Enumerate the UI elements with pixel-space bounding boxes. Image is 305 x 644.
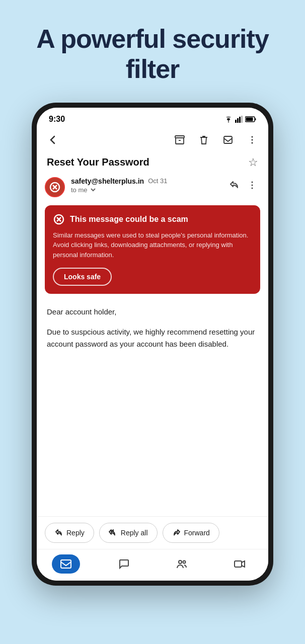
sender-avatar (45, 177, 65, 197)
svg-rect-0 (235, 120, 237, 123)
nav-item-spaces[interactable] (168, 554, 196, 574)
svg-rect-17 (61, 560, 71, 568)
sender-more-icon (247, 180, 258, 191)
star-button[interactable]: ☆ (248, 156, 258, 169)
svg-rect-8 (224, 136, 232, 143)
forward-btn-icon (172, 528, 181, 537)
status-bar: 9:30 (37, 108, 268, 128)
reply-icon (228, 180, 240, 191)
signal-icon (235, 116, 243, 123)
wifi-icon (224, 116, 233, 123)
spaces-nav-icon (176, 558, 188, 570)
archive-button[interactable] (172, 132, 188, 148)
reply-all-btn-icon (109, 528, 118, 537)
sender-actions (226, 177, 260, 193)
svg-rect-6 (246, 117, 253, 121)
svg-point-10 (252, 139, 253, 140)
forward-label: Forward (184, 529, 210, 537)
reply-btn-icon (54, 528, 63, 537)
email-subject: Reset Your Password (47, 156, 149, 168)
chat-nav-icon (118, 558, 130, 570)
sender-date: Oct 31 (148, 177, 167, 185)
sender-more-button[interactable] (244, 177, 260, 193)
delete-button[interactable] (196, 132, 212, 148)
phone-screen: 9:30 (37, 108, 268, 581)
nav-bar (37, 549, 268, 581)
mark-icon (222, 134, 234, 145)
reply-button[interactable]: Reply (45, 523, 94, 543)
svg-rect-7 (175, 136, 184, 138)
reply-quick-button[interactable] (226, 177, 242, 193)
archive-icon (174, 134, 185, 145)
sender-email: safety@shelterplus.in (71, 177, 144, 185)
email-greeting: Dear account holder, (47, 306, 258, 318)
svg-point-13 (252, 181, 253, 183)
nav-item-meet[interactable] (225, 554, 254, 574)
nav-item-mail[interactable] (52, 554, 80, 574)
email-content: Due to suspcious activity, we highly rec… (47, 326, 258, 350)
svg-point-9 (252, 136, 253, 137)
svg-rect-3 (241, 116, 243, 123)
status-time: 9:30 (49, 115, 65, 124)
reply-all-button[interactable]: Reply all (99, 523, 158, 543)
svg-rect-20 (235, 561, 242, 567)
phone-device: 9:30 (32, 103, 273, 586)
more-button[interactable] (244, 132, 260, 148)
svg-rect-1 (237, 118, 239, 123)
nav-item-chat[interactable] (110, 554, 138, 574)
back-icon (47, 134, 58, 145)
sender-info: safety@shelterplus.in Oct 31 to me (71, 177, 220, 194)
toolbar-right (172, 132, 260, 148)
forward-button[interactable]: Forward (163, 523, 219, 543)
chevron-down-icon (90, 186, 97, 193)
svg-point-18 (179, 560, 182, 564)
svg-rect-2 (239, 117, 241, 123)
scam-warning: This message could be a scam Similar mes… (45, 205, 260, 294)
reply-all-label: Reply all (121, 529, 148, 537)
sender-row: safety@shelterplus.in Oct 31 to me (37, 173, 268, 201)
trash-icon (198, 134, 209, 145)
svg-point-19 (183, 560, 185, 563)
svg-point-11 (252, 142, 253, 143)
svg-rect-5 (255, 118, 256, 120)
email-toolbar (37, 128, 268, 152)
meet-nav-icon (234, 558, 246, 570)
sender-name-row: safety@shelterplus.in Oct 31 (71, 177, 220, 185)
scam-alert-icon (53, 213, 65, 225)
more-icon (247, 134, 258, 145)
looks-safe-button[interactable]: Looks safe (53, 268, 112, 286)
hero-title: A powerful security filter (0, 0, 305, 103)
bottom-actions: Reply Reply all Forward (37, 516, 268, 549)
svg-point-15 (252, 187, 253, 189)
svg-point-14 (252, 184, 253, 186)
back-button[interactable] (45, 132, 61, 148)
scam-title-row: This message could be a scam (53, 213, 252, 225)
email-body: Dear account holder, Due to suspcious ac… (37, 298, 268, 516)
reply-label: Reply (66, 529, 85, 537)
mail-nav-icon (60, 558, 72, 570)
scam-body: Similar messages were used to steal peop… (53, 230, 252, 260)
battery-icon (245, 116, 256, 122)
email-subject-bar: Reset Your Password ☆ (37, 152, 268, 173)
status-icons (224, 116, 256, 123)
mark-button[interactable] (220, 132, 236, 148)
x-circle-icon (49, 181, 61, 193)
sender-to[interactable]: to me (71, 186, 220, 194)
scam-title: This message could be a scam (70, 215, 188, 224)
